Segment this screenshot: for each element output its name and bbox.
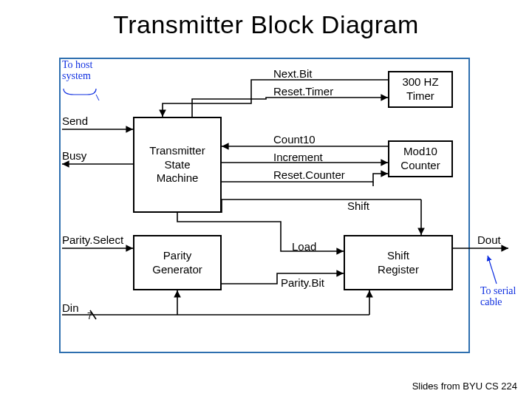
annotation-to-serial: To serial cable xyxy=(480,285,516,308)
label-next-bit: Next.Bit xyxy=(273,67,313,80)
slide-title: Transmitter Block Diagram xyxy=(0,10,532,39)
block-timer: 300 HZ Timer xyxy=(388,71,453,108)
label-count10: Count10 xyxy=(273,133,316,146)
block-counter: Mod10 Counter xyxy=(388,140,453,177)
label-din: Din xyxy=(62,301,79,314)
label-parity-select: Parity.Select xyxy=(62,233,123,246)
block-parity-generator: Parity Generator xyxy=(133,235,222,290)
block-state-machine: Transmitter State Machine xyxy=(133,117,222,213)
svg-line-12 xyxy=(488,256,497,284)
label-reset-counter: Reset.Counter xyxy=(273,168,345,181)
label-dout: Dout xyxy=(477,233,501,246)
label-send: Send xyxy=(62,115,88,127)
label-shift: Shift xyxy=(347,200,369,212)
label-increment: Increment xyxy=(273,151,323,163)
label-parity-bit: Parity.Bit xyxy=(281,276,324,289)
label-reset-timer: Reset.Timer xyxy=(273,85,333,98)
annotation-to-host: To host system xyxy=(62,59,92,82)
label-load: Load xyxy=(292,240,316,253)
attribution: Slides from BYU CS 224 xyxy=(412,381,517,392)
label-din-width: 7 xyxy=(87,311,92,321)
label-busy: Busy xyxy=(62,149,86,162)
block-shift-register: Shift Register xyxy=(344,235,453,290)
